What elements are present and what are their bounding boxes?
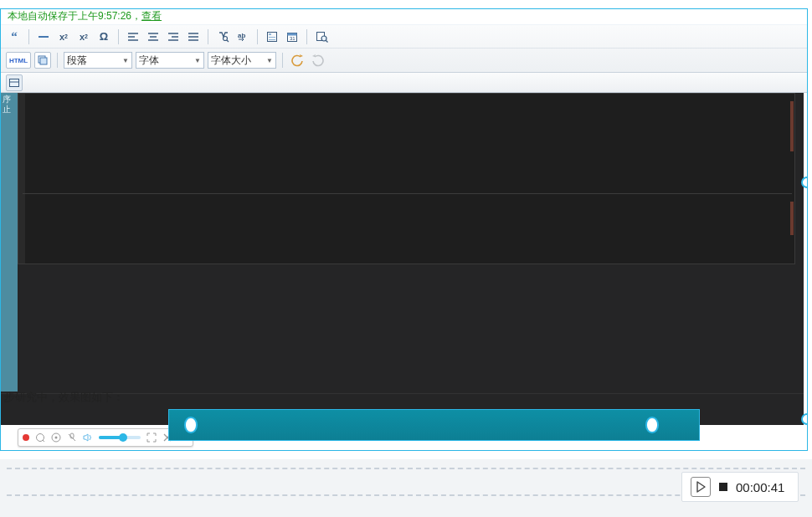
align-left-button[interactable] [125, 28, 141, 45]
separator [282, 53, 283, 68]
minimap-scroll-2 [790, 202, 794, 235]
chevron-down-icon: ▼ [122, 57, 129, 64]
date-button[interactable]: 31 [284, 28, 301, 45]
redo-button[interactable] [309, 52, 326, 69]
svg-point-33 [55, 437, 58, 439]
autosave-view-link[interactable]: 查看 [141, 10, 162, 22]
resize-handle-se[interactable] [801, 413, 807, 425]
svg-rect-28 [10, 79, 19, 86]
dashed-divider [7, 468, 805, 469]
screen-recorder-overlay: 00:00:41 [681, 472, 799, 502]
align-justify-button[interactable] [185, 28, 202, 45]
separator [118, 29, 119, 44]
settings-icon[interactable] [51, 433, 61, 443]
svg-line-14 [227, 40, 229, 42]
font-select[interactable]: 字体▼ [136, 52, 204, 69]
recorder-time: 00:00:41 [736, 480, 784, 494]
svg-text:31: 31 [290, 36, 296, 41]
resize-handle-w[interactable] [184, 417, 198, 433]
toolbar-row-1: “ x2 x2 Ω ab 31 [1, 25, 807, 49]
code-area [18, 93, 795, 264]
play-button[interactable] [691, 477, 711, 497]
toolbar-row-2: HTML 段落▼ 字体▼ 字体大小▼ [1, 49, 807, 72]
resize-handle-e[interactable] [801, 177, 807, 188]
editor-frame: 本地自动保存于上午9:57:26，查看 “ x2 x2 Ω ab 31 [0, 8, 808, 451]
svg-text:ab: ab [238, 32, 245, 39]
template-button[interactable] [264, 28, 280, 45]
format-select[interactable]: 段落▼ [64, 52, 132, 69]
svg-point-13 [223, 37, 227, 41]
subscript-button[interactable]: x2 [55, 28, 72, 45]
chevron-down-icon: ▼ [194, 57, 201, 64]
volume-slider[interactable] [99, 436, 141, 439]
volume-icon[interactable] [83, 433, 93, 443]
resize-handle-e[interactable] [645, 417, 659, 433]
edit-canvas[interactable]: 序止 [1, 93, 807, 450]
align-right-button[interactable] [165, 28, 182, 45]
svg-line-35 [69, 434, 75, 441]
svg-line-25 [326, 41, 327, 43]
panel-divider [23, 193, 792, 194]
svg-rect-19 [269, 39, 275, 40]
svg-point-24 [321, 36, 326, 41]
separator [57, 53, 58, 68]
recording-toolbar [18, 428, 193, 447]
separator [257, 29, 258, 44]
align-center-button[interactable] [145, 28, 162, 45]
find-button[interactable] [214, 28, 231, 45]
replace-button[interactable]: ab [234, 28, 251, 45]
separator [208, 29, 208, 44]
sidepane-text: 序止 [3, 95, 11, 114]
autosave-text: 本地自动保存于上午9:57:26， [8, 10, 141, 22]
blockquote-button[interactable]: “ [6, 28, 23, 45]
svg-line-31 [43, 440, 44, 442]
preview-button[interactable] [313, 28, 330, 45]
app-sidepane: 序止 [1, 93, 18, 392]
separator [28, 29, 29, 44]
slider-knob[interactable] [119, 433, 127, 442]
selected-image-2[interactable] [168, 409, 700, 441]
special-char-button[interactable]: Ω [95, 28, 112, 45]
record-icon[interactable] [23, 434, 29, 441]
stop-button[interactable] [719, 483, 727, 491]
html-source-button[interactable]: HTML [6, 52, 31, 69]
table-cell-button[interactable] [6, 74, 23, 91]
content-text: 步研究中，效果图如下： [4, 390, 124, 405]
layers-button[interactable] [34, 52, 51, 69]
undo-button[interactable] [289, 52, 306, 69]
pause-icon[interactable] [35, 433, 45, 443]
toolbar-row-3 [1, 73, 807, 93]
toolbar: “ x2 x2 Ω ab 31 HTML [1, 25, 807, 73]
selected-image-1[interactable]: 序止 [1, 93, 208, 323]
svg-rect-18 [269, 37, 275, 38]
mic-off-icon[interactable] [67, 433, 77, 443]
fullscreen-icon[interactable] [146, 433, 157, 443]
font-size-select-label: 字体大小 [211, 54, 254, 68]
autosave-bar: 本地自动保存于上午9:57:26，查看 [1, 9, 807, 25]
chevron-down-icon: ▼ [266, 57, 273, 64]
embedded-app-screenshot: 序止 [1, 93, 804, 425]
font-size-select[interactable]: 字体大小▼ [208, 52, 276, 69]
format-select-label: 段落 [67, 54, 90, 68]
minimap-scroll [790, 101, 794, 151]
hr-button[interactable] [35, 28, 52, 45]
play-icon [695, 481, 707, 493]
separator [306, 29, 307, 44]
svg-rect-17 [269, 33, 271, 35]
svg-rect-27 [40, 58, 47, 64]
superscript-button[interactable]: x2 [75, 28, 92, 45]
font-select-label: 字体 [139, 54, 162, 68]
